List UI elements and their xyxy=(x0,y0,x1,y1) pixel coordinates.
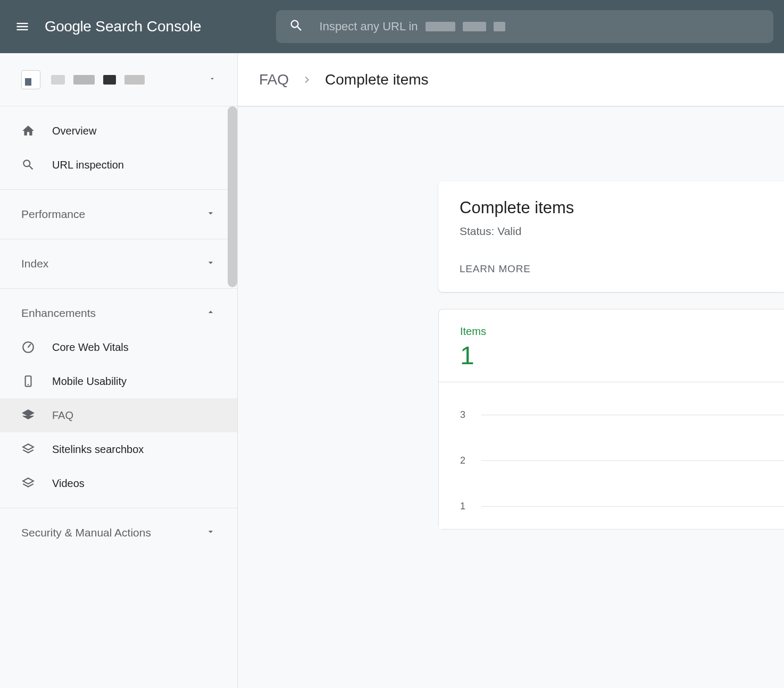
top-bar: Google Search Console Inspect any URL in xyxy=(0,0,784,53)
menu-button[interactable] xyxy=(11,15,34,38)
sidebar-item-label: FAQ xyxy=(52,409,73,422)
status-card-status: Status: Valid xyxy=(460,225,784,238)
gridline xyxy=(481,460,784,461)
status-card-title: Complete items xyxy=(460,198,784,217)
hamburger-icon xyxy=(15,19,30,34)
main-content: FAQ Complete items Complete items Status… xyxy=(238,53,784,688)
chevron-down-icon xyxy=(205,257,216,271)
sidebar-item-mobile-usability[interactable]: Mobile Usability xyxy=(0,364,237,398)
section-label: Performance xyxy=(21,208,85,221)
redacted-text xyxy=(463,22,486,31)
sidebar-item-label: Videos xyxy=(52,477,85,490)
redacted-text xyxy=(426,22,455,31)
sidebar-item-sitelinks-searchbox[interactable]: Sitelinks searchbox xyxy=(0,432,237,466)
property-favicon xyxy=(21,70,40,89)
search-icon xyxy=(21,158,35,172)
sidebar-item-label: Core Web Vitals xyxy=(52,341,129,354)
sidebar-item-label: Sitelinks searchbox xyxy=(52,443,144,456)
layers-icon xyxy=(21,476,35,490)
layers-icon xyxy=(21,442,35,456)
app-logo: Google Search Console xyxy=(45,18,202,35)
items-chart-card: Items 1 3 2 1 xyxy=(438,309,784,530)
y-tick: 2 xyxy=(460,455,476,466)
svg-marker-3 xyxy=(23,410,34,416)
section-label: Enhancements xyxy=(21,307,96,320)
y-tick: 3 xyxy=(460,409,476,421)
home-icon xyxy=(21,124,35,138)
learn-more-link[interactable]: LEARN MORE xyxy=(460,263,784,275)
sidebar-item-label: Overview xyxy=(52,125,96,137)
search-placeholder: Inspect any URL in xyxy=(320,20,505,33)
sidebar-item-overview[interactable]: Overview xyxy=(0,114,237,148)
sidebar-item-core-web-vitals[interactable]: Core Web Vitals xyxy=(0,330,237,364)
sidebar-item-label: URL inspection xyxy=(52,159,124,171)
breadcrumb: FAQ Complete items xyxy=(238,53,784,106)
sidebar-item-faq[interactable]: FAQ xyxy=(0,398,237,432)
section-label: Index xyxy=(21,257,48,270)
items-count: 1 xyxy=(460,341,763,370)
logo-product-text: Search Console xyxy=(95,18,201,35)
search-icon xyxy=(289,18,304,35)
breadcrumb-current: Complete items xyxy=(325,71,429,88)
url-inspect-search[interactable]: Inspect any URL in xyxy=(276,10,773,43)
sidebar-item-url-inspection[interactable]: URL inspection xyxy=(0,148,237,182)
chevron-up-icon xyxy=(205,307,216,320)
property-selector[interactable] xyxy=(0,53,237,106)
section-index[interactable]: Index xyxy=(0,247,237,281)
status-card: Complete items Status: Valid LEARN MORE xyxy=(438,181,784,292)
chevron-right-icon xyxy=(301,73,313,86)
redacted-text xyxy=(494,22,505,31)
sidebar: Overview URL inspection Performance Inde… xyxy=(0,53,238,688)
speed-icon xyxy=(21,340,35,354)
svg-marker-5 xyxy=(23,478,34,484)
section-security[interactable]: Security & Manual Actions xyxy=(0,516,237,550)
gridline xyxy=(481,415,784,415)
section-performance[interactable]: Performance xyxy=(0,197,237,231)
layers-icon xyxy=(21,408,35,422)
svg-marker-4 xyxy=(23,444,34,450)
section-enhancements[interactable]: Enhancements xyxy=(0,296,237,330)
content-area: Complete items Status: Valid LEARN MORE … xyxy=(238,106,784,688)
chevron-down-icon xyxy=(205,526,216,540)
sidebar-item-videos[interactable]: Videos xyxy=(0,466,237,500)
property-name-redacted xyxy=(51,75,145,85)
sidebar-scrollbar[interactable] xyxy=(228,106,237,287)
gridline xyxy=(481,506,784,507)
items-chart: 3 2 1 xyxy=(439,382,784,529)
y-tick: 1 xyxy=(460,501,476,512)
logo-google-text: Google xyxy=(45,18,91,35)
breadcrumb-parent[interactable]: FAQ xyxy=(259,71,289,88)
sidebar-item-label: Mobile Usability xyxy=(52,375,127,388)
section-label: Security & Manual Actions xyxy=(21,526,151,539)
dropdown-icon xyxy=(208,75,216,85)
items-label: Items xyxy=(460,325,763,338)
smartphone-icon xyxy=(21,374,35,388)
chevron-down-icon xyxy=(205,208,216,221)
